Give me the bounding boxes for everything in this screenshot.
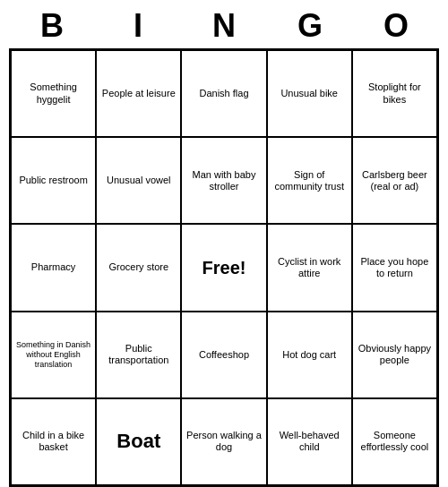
letter-b: B [13, 7, 91, 45]
bingo-cell-22[interactable]: Person walking a dog [181, 398, 266, 485]
bingo-cell-21[interactable]: Boat [96, 398, 181, 485]
bingo-cell-11[interactable]: Grocery store [96, 224, 181, 311]
bingo-cell-10[interactable]: Pharmacy [11, 224, 96, 311]
letter-i: I [99, 7, 177, 45]
bingo-cell-19[interactable]: Obviously happy people [352, 312, 437, 398]
bingo-cell-15[interactable]: Something in Danish without English tran… [11, 312, 96, 398]
bingo-cell-7[interactable]: Man with baby stroller [181, 137, 266, 224]
bingo-cell-5[interactable]: Public restroom [11, 137, 96, 224]
bingo-cell-17[interactable]: Coffeeshop [181, 312, 266, 398]
bingo-cell-1[interactable]: People at leisure [96, 50, 181, 137]
bingo-cell-12[interactable]: Free! [181, 224, 266, 311]
bingo-cell-9[interactable]: Carlsberg beer (real or ad) [352, 137, 437, 224]
bingo-cell-8[interactable]: Sign of community trust [267, 137, 352, 224]
letter-g: G [271, 7, 349, 45]
letter-n: N [185, 7, 263, 45]
bingo-cell-16[interactable]: Public transportation [96, 312, 181, 398]
bingo-cell-6[interactable]: Unusual vowel [96, 137, 181, 224]
letter-o: O [357, 7, 435, 45]
bingo-cell-24[interactable]: Someone effortlessly cool [352, 398, 437, 485]
bingo-cell-0[interactable]: Something hyggelit [11, 50, 96, 137]
bingo-cell-13[interactable]: Cyclist in work attire [267, 224, 352, 311]
bingo-grid: Something hyggelitPeople at leisureDanis… [9, 48, 439, 487]
bingo-cell-23[interactable]: Well-behaved child [267, 398, 352, 485]
bingo-cell-4[interactable]: Stoplight for bikes [352, 50, 437, 137]
bingo-header: B I N G O [9, 0, 439, 48]
bingo-cell-20[interactable]: Child in a bike basket [11, 398, 96, 485]
bingo-cell-14[interactable]: Place you hope to return [352, 224, 437, 311]
bingo-cell-3[interactable]: Unusual bike [267, 50, 352, 137]
bingo-cell-18[interactable]: Hot dog cart [267, 312, 352, 398]
bingo-cell-2[interactable]: Danish flag [181, 50, 266, 137]
